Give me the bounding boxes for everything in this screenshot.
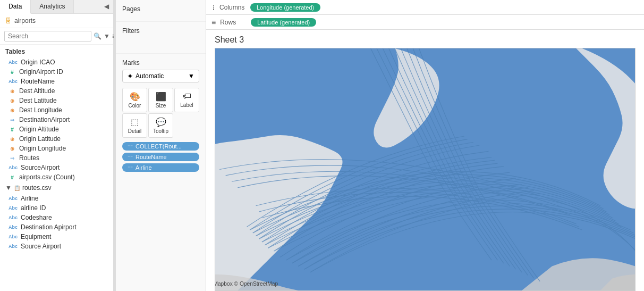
routename-pill-label: RouteName xyxy=(135,154,167,160)
field-source-airport[interactable]: Abc Source Airport xyxy=(0,242,113,251)
tooltip-icon: 💬 xyxy=(156,117,166,127)
field-label: airline ID xyxy=(21,204,46,212)
marks-label: Marks xyxy=(122,59,199,66)
airline-pill[interactable]: ⁻⁻ Airline xyxy=(122,163,199,172)
columns-shelf-label: Columns xyxy=(219,4,246,11)
collapse-icon: ▼ xyxy=(5,184,12,192)
rows-shelf: ≡ Rows Latitude (generated) xyxy=(206,15,644,30)
tables-header: Tables xyxy=(0,45,113,57)
tab-analytics[interactable]: Analytics xyxy=(31,0,74,13)
label-label: Label xyxy=(180,102,193,108)
field-label: OriginAirport ID xyxy=(19,68,63,76)
tooltip-label: Tooltip xyxy=(153,128,168,134)
csv-group-label: routes.csv xyxy=(22,184,52,192)
abc-icon: Abc xyxy=(9,225,18,230)
abc-icon: Abc xyxy=(9,79,18,84)
geo-icon: ⊕ xyxy=(9,136,16,142)
detail-label: Detail xyxy=(128,128,142,134)
field-codeshare[interactable]: Abc Codeshare xyxy=(0,213,113,222)
field-originairport-id[interactable]: # OriginAirport ID xyxy=(0,67,113,77)
columns-pill[interactable]: Longitude (generated) xyxy=(250,3,320,12)
field-label: Origin Longitude xyxy=(19,145,66,152)
collapse-panel-btn[interactable]: ◀ xyxy=(100,0,113,13)
rows-pill[interactable]: Latitude (generated) xyxy=(251,18,316,27)
airline-pill-label: Airline xyxy=(135,164,152,171)
map-container[interactable]: © 2024 Mapbox © OpenStreetMap xyxy=(215,48,635,291)
geo-icon: ⊕ xyxy=(9,98,16,104)
field-label: Airline xyxy=(21,195,38,202)
color-button[interactable]: 🎨 Color xyxy=(122,88,147,112)
map-visualization: © 2024 Mapbox © OpenStreetMap xyxy=(215,48,635,290)
field-equipment[interactable]: Abc Equipment xyxy=(0,232,113,242)
field-label: airports.csv (Count) xyxy=(19,173,75,181)
sheet-title: Sheet 3 xyxy=(215,35,635,45)
hash-icon: # xyxy=(9,69,16,75)
pill-icon-3: ⁻⁻ xyxy=(128,165,133,171)
field-label: Origin ICAO xyxy=(21,59,55,66)
field-origin-altitude[interactable]: # Origin Altitude xyxy=(0,124,113,134)
detail-button[interactable]: ⬚ Detail xyxy=(122,113,147,138)
size-label: Size xyxy=(156,103,166,109)
field-destinationairport[interactable]: ⇒ DestinationAirport xyxy=(0,115,113,124)
collect-pill[interactable]: ⁻⁻ COLLECT(Rout... xyxy=(122,142,199,151)
geo-icon: ⊕ xyxy=(9,88,16,94)
search-input[interactable] xyxy=(4,31,91,41)
datasource-name: airports xyxy=(14,17,36,24)
rows-shelf-icon: ≡ xyxy=(211,18,216,27)
link-icon: ⇒ xyxy=(9,117,16,123)
collect-pill-label: COLLECT(Rout... xyxy=(135,143,182,149)
field-dest-longitude[interactable]: ⊕ Dest Longitude xyxy=(0,105,113,115)
left-panel: Data Analytics ◀ 🗄 airports 🔍 ▼ ≡ Tables… xyxy=(0,0,114,291)
label-button[interactable]: 🏷 Label xyxy=(174,88,199,112)
field-destination-apirport[interactable]: Abc Destination Apirport xyxy=(0,222,113,232)
field-routename[interactable]: Abc RouteName xyxy=(0,77,113,86)
svg-text:© 2024 Mapbox © OpenStreetMap: © 2024 Mapbox © OpenStreetMap xyxy=(215,281,278,287)
field-airline-id[interactable]: Abc airline ID xyxy=(0,203,113,213)
size-icon: ⬛ xyxy=(156,92,166,102)
field-label: SourceAirport xyxy=(21,164,60,171)
tooltip-button[interactable]: 💬 Tooltip xyxy=(148,113,173,138)
datasource-row: 🗄 airports xyxy=(0,14,113,28)
size-button[interactable]: ⬛ Size xyxy=(148,88,173,112)
field-origin-icao[interactable]: Abc Origin ICAO xyxy=(0,57,113,67)
field-label: RouteName xyxy=(21,78,55,85)
dropdown-arrow-icon: ▼ xyxy=(188,72,194,80)
abc-icon: Abc xyxy=(9,205,18,211)
field-airports-count[interactable]: # airports.csv (Count) xyxy=(0,172,113,182)
search-icon[interactable]: 🔍 xyxy=(94,32,101,40)
field-label: Dest Longitude xyxy=(19,106,62,114)
columns-shelf-icon: ⫶ xyxy=(211,3,215,12)
csv-group-routes[interactable]: ▼ 📋 routes.csv xyxy=(0,182,113,194)
field-sourceairport[interactable]: Abc SourceAirport xyxy=(0,163,113,172)
marks-type-dropdown[interactable]: ✦ Automatic ▼ xyxy=(122,70,199,82)
field-airline[interactable]: Abc Airline xyxy=(0,194,113,203)
field-routes[interactable]: ⇒ Routes xyxy=(0,153,113,163)
tab-data[interactable]: Data xyxy=(0,0,31,14)
field-label: Equipment xyxy=(21,233,51,240)
field-dest-altitude[interactable]: ⊕ Dest Altitude xyxy=(0,86,113,96)
field-label: Origin Latitude xyxy=(19,135,61,143)
pages-label: Pages xyxy=(122,5,199,13)
pill-icon-1: ⁻⁻ xyxy=(128,144,133,149)
marks-type-icon: ✦ xyxy=(127,72,133,80)
field-label: Codeshare xyxy=(21,214,52,221)
abc-icon: Abc xyxy=(9,215,18,220)
hash-icon: # xyxy=(9,127,16,132)
routename-pill[interactable]: ⁻⁻ RouteName xyxy=(122,153,199,161)
field-origin-latitude[interactable]: ⊕ Origin Latitude xyxy=(0,134,113,144)
field-label: Dest Latitude xyxy=(19,97,57,104)
abc-icon: Abc xyxy=(9,244,18,249)
field-label: DestinationAirport xyxy=(19,116,70,123)
filter-icon[interactable]: ▼ xyxy=(104,32,110,40)
filters-label: Filters xyxy=(122,27,199,35)
chart-area: Sheet 3 xyxy=(206,30,644,291)
field-dest-latitude[interactable]: ⊕ Dest Latitude xyxy=(0,96,113,105)
marks-section: Marks ✦ Automatic ▼ 🎨 Color ⬛ Size 🏷 Lab… xyxy=(116,54,206,291)
abc-icon: Abc xyxy=(9,196,18,201)
field-origin-longitude[interactable]: ⊕ Origin Longitude xyxy=(0,144,113,153)
abc-icon: Abc xyxy=(9,165,18,170)
field-label: Routes xyxy=(19,154,39,162)
middle-panel: Pages Filters Marks ✦ Automatic ▼ 🎨 Colo… xyxy=(116,0,206,291)
geo-icon: ⊕ xyxy=(9,107,16,113)
rows-shelf-label: Rows xyxy=(220,19,247,26)
